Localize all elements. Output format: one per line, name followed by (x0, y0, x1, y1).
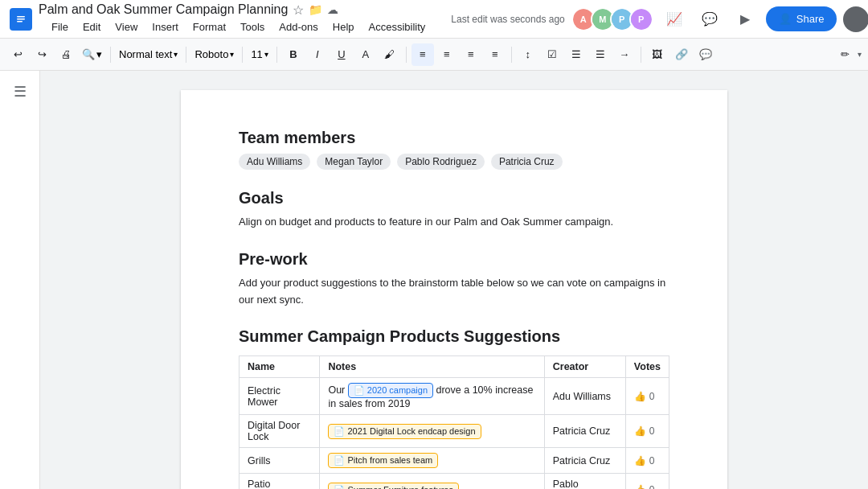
separator-1 (110, 47, 111, 63)
table-heading: Summer Campaign Products Suggestions (239, 327, 669, 346)
menu-edit[interactable]: Edit (76, 18, 107, 36)
align-right-button[interactable]: ≡ (460, 43, 482, 66)
row4-votes: 👍 0 (625, 474, 669, 489)
separator-6 (511, 47, 512, 63)
zoom-label: 🔍 (82, 48, 95, 60)
font-chevron: ▾ (230, 50, 234, 59)
justify-button[interactable]: ≡ (484, 43, 506, 66)
row1-link[interactable]: 📄 2020 campaign (348, 383, 433, 398)
bold-button[interactable]: B (282, 43, 305, 66)
print-button[interactable]: 🖨 (55, 43, 77, 66)
prework-text: Add your product suggestions to the brai… (239, 275, 669, 309)
thumb-icon: 👍 (634, 391, 646, 402)
font-value: Roboto (194, 48, 228, 60)
cloud-icon: ☁ (327, 3, 338, 16)
sidebar-left: ☰ (0, 71, 40, 489)
underline-button[interactable]: U (330, 43, 353, 66)
align-left-button[interactable]: ≡ (411, 43, 434, 66)
title-bar: Palm and Oak Summer Campaign Planning ☆ … (0, 0, 868, 39)
doc-title-area: Palm and Oak Summer Campaign Planning ☆ … (39, 2, 432, 36)
docs-logo (10, 8, 32, 31)
history-icon[interactable]: 📁 (309, 3, 322, 16)
toolbar: ↩ ↪ 🖨 🔍 ▾ Normal text ▾ Roboto ▾ 11 ▾ B … (0, 39, 868, 71)
prework-heading: Pre-work (239, 250, 669, 269)
table-row: Patio Furniture 📄 Summer Furniture featu… (240, 474, 669, 489)
menu-format[interactable]: Format (186, 18, 232, 36)
present-icon-btn[interactable]: ▶ (731, 5, 760, 34)
row1-creator: Adu Williams (544, 378, 625, 415)
svg-rect-3 (17, 21, 23, 23)
size-chevron: ▾ (264, 50, 268, 59)
avatar-4: P (629, 7, 653, 31)
row3-link[interactable]: 📄 Pitch from sales team (328, 453, 438, 468)
menu-bar: File Edit View Insert Format Tools Add-o… (45, 18, 432, 36)
menu-view[interactable]: View (108, 18, 144, 36)
row1-name: Electric Mower (240, 378, 320, 415)
separator-3 (242, 47, 243, 63)
doc-area[interactable]: Team members Adu Williams Megan Taylor P… (40, 71, 868, 489)
image-button[interactable]: 🖼 (646, 43, 669, 66)
menu-file[interactable]: File (45, 18, 75, 36)
row4-name: Patio Furniture (240, 474, 320, 489)
link-button[interactable]: 🔗 (670, 43, 693, 66)
menu-tools[interactable]: Tools (234, 18, 271, 36)
row1-votes: 👍 0 (625, 378, 669, 415)
separator-5 (406, 47, 407, 63)
comment-icon-btn[interactable]: 💬 (695, 5, 724, 34)
bullet-list-button[interactable]: ☰ (565, 43, 588, 66)
row2-link[interactable]: 📄 2021 Digital Lock endcap design (328, 424, 481, 439)
line-spacing-button[interactable]: ↕ (517, 43, 539, 66)
style-select-wrap[interactable]: Normal text ▾ (116, 47, 181, 62)
numbered-list-button[interactable]: ☰ (589, 43, 612, 66)
separator-4 (276, 47, 277, 63)
chart-icon-btn[interactable]: 📈 (660, 5, 689, 34)
align-center-button[interactable]: ≡ (436, 43, 458, 66)
doc-page: Team members Adu Williams Megan Taylor P… (181, 90, 727, 489)
row4-link[interactable]: 📄 Summer Furniture features (328, 483, 459, 489)
text-color-button[interactable]: A (354, 43, 377, 66)
row4-notes: 📄 Summer Furniture features (320, 474, 544, 489)
redo-button[interactable]: ↪ (31, 43, 53, 66)
edit-chevron: ▾ (858, 50, 862, 59)
row2-notes: 📄 2021 Digital Lock endcap design (320, 415, 544, 448)
comment-button[interactable]: 💬 (694, 43, 717, 66)
font-select-wrap[interactable]: Roboto ▾ (191, 47, 237, 62)
italic-button[interactable]: I (306, 43, 329, 66)
share-label: Share (796, 13, 825, 25)
highlight-button[interactable]: 🖌 (379, 43, 401, 66)
zoom-select-wrap[interactable]: 🔍 ▾ (79, 47, 105, 62)
chip-pablo: Pablo Rodriguez (397, 154, 485, 170)
last-edit-text: Last edit was seconds ago (451, 14, 564, 25)
table-row: Electric Mower Our 📄 2020 campaign drove… (240, 378, 669, 415)
share-button[interactable]: 👤 Share (766, 6, 837, 31)
thumb-icon: 👍 (634, 455, 646, 466)
outline-icon[interactable]: ☰ (9, 80, 31, 103)
user-avatar[interactable] (843, 6, 868, 32)
col-notes: Notes (320, 356, 544, 378)
table-row: Digital Door Lock 📄 2021 Digital Lock en… (240, 415, 669, 448)
row3-votes: 👍 0 (625, 448, 669, 474)
avatar-group: A M P P (571, 7, 653, 31)
team-members-heading: Team members (239, 129, 669, 147)
goals-heading: Goals (239, 189, 669, 208)
doc-title[interactable]: Palm and Oak Summer Campaign Planning (39, 2, 288, 17)
menu-insert[interactable]: Insert (145, 18, 185, 36)
checklist-button[interactable]: ☑ (541, 43, 563, 66)
separator-2 (186, 47, 186, 63)
undo-button[interactable]: ↩ (6, 43, 29, 66)
style-chevron: ▾ (174, 50, 178, 59)
star-icon[interactable]: ☆ (293, 2, 304, 18)
pencil-edit-button[interactable]: ✏ (833, 43, 856, 66)
main-area: ☰ Team members Adu Williams Megan Taylor… (0, 71, 868, 489)
team-members-chips: Adu Williams Megan Taylor Pablo Rodrigue… (239, 154, 669, 170)
separator-7 (641, 47, 641, 63)
menu-accessibility[interactable]: Accessibility (362, 18, 432, 36)
products-table: Name Notes Creator Votes Electric Mower … (239, 355, 669, 489)
chip-adu: Adu Williams (239, 154, 310, 170)
svg-rect-1 (17, 16, 25, 18)
row3-notes: 📄 Pitch from sales team (320, 448, 544, 474)
menu-addons[interactable]: Add-ons (272, 18, 324, 36)
indent-button[interactable]: → (613, 43, 636, 66)
size-select-wrap[interactable]: 11 ▾ (248, 47, 271, 62)
menu-help[interactable]: Help (326, 18, 361, 36)
